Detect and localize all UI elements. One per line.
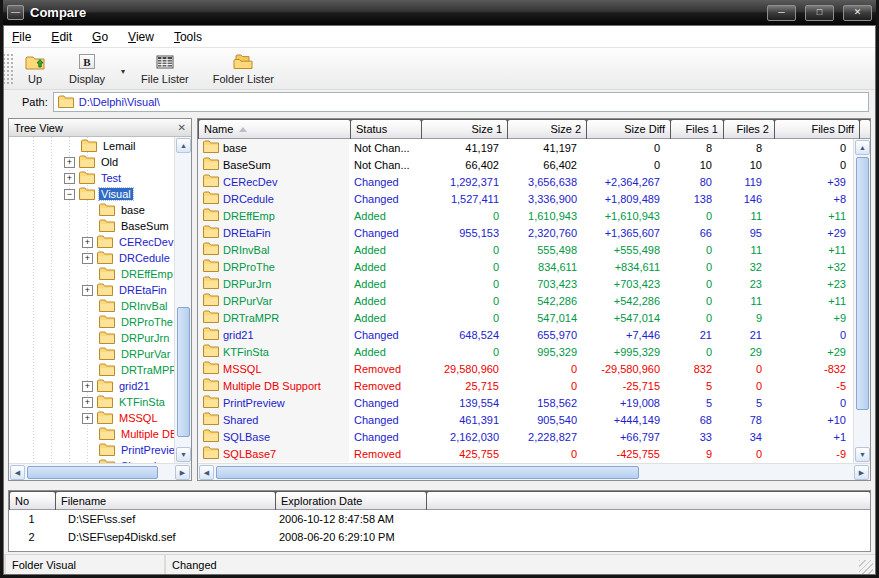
table-row[interactable]: DRPurVarAdded0542,286+542,286011+11 [198, 292, 853, 309]
resize-grip[interactable] [859, 560, 873, 574]
expand-icon[interactable]: + [64, 173, 75, 184]
column-header-name[interactable]: Name [199, 120, 350, 139]
column-header-files-2[interactable]: Files 2 [724, 120, 774, 139]
column-header-size-diff[interactable]: Size Diff [587, 120, 670, 139]
tree-item-base[interactable]: base [9, 202, 174, 218]
table-row[interactable]: grid21Changed648,524655,970+7,44621210 [198, 326, 853, 343]
maximize-button[interactable]: □ [805, 5, 834, 21]
scroll-down-icon[interactable]: ▼ [855, 447, 870, 462]
menu-item-edit[interactable]: Edit [51, 30, 72, 44]
scroll-up-icon[interactable]: ▲ [176, 138, 191, 153]
path-input[interactable]: D:\Delphi\Visual\ [53, 92, 869, 112]
table-row[interactable]: DRPurJrnAdded0703,423+703,423023+23 [198, 275, 853, 292]
tree-close-icon[interactable]: ✕ [178, 122, 186, 133]
tree-item-ktfinsta[interactable]: +KTFinSta [9, 394, 174, 410]
table-row[interactable]: DRTraMPRAdded0547,014+547,01409+9 [198, 309, 853, 326]
tree-item-dreffemp[interactable]: DREffEmp [9, 266, 174, 282]
toolbar-button-folder-lister[interactable]: Folder Lister [201, 50, 286, 87]
column-header-size-2[interactable]: Size 2 [508, 120, 586, 139]
scroll-down-icon[interactable]: ▼ [176, 447, 191, 462]
tree-item-cerecdev[interactable]: +CERecDev [9, 234, 174, 250]
table-row[interactable]: DREffEmpAdded01,610,943+1,610,943011+11 [198, 207, 853, 224]
tree-item-mssql[interactable]: +MSSQL [9, 410, 174, 426]
expand-icon[interactable]: + [82, 285, 93, 296]
bottom-column-header-exploration-date[interactable]: Exploration Date [276, 492, 426, 510]
tree-item-dretafin[interactable]: +DREtaFin [9, 282, 174, 298]
tree-item-grid21[interactable]: +grid21 [9, 378, 174, 394]
table-row[interactable]: DREtaFinChanged955,1532,320,760+1,365,60… [198, 224, 853, 241]
tree-item-drtrampr[interactable]: DRTraMPR [9, 362, 174, 378]
scroll-right-icon[interactable]: ▶ [854, 465, 869, 480]
tree-item-old[interactable]: +Old [9, 154, 174, 170]
scroll-left-icon[interactable]: ◀ [10, 465, 25, 480]
tree-hscroll-thumb[interactable] [27, 466, 158, 479]
cell-text: 2,320,760 [528, 227, 577, 239]
tree-vscroll-thumb[interactable] [177, 307, 190, 437]
tree-item-visual[interactable]: −Visual [9, 186, 174, 202]
table-row[interactable]: Multiple DB SupportRemoved25,7150-25,715… [198, 377, 853, 394]
file-list-row[interactable]: 1D:\SEF\ss.sef2006-10-12 8:47:58 AM [9, 510, 870, 528]
horizontal-splitter[interactable] [4, 483, 875, 490]
toolbar-button-up[interactable]: Up [13, 50, 57, 87]
table-row[interactable]: KTFinStaAdded0995,329+995,329029+29 [198, 343, 853, 360]
expand-icon[interactable]: + [82, 237, 93, 248]
file-list-row[interactable]: 2D:\SEF\sep4Diskd.sef2008-06-20 6:29:10 … [9, 528, 870, 546]
menu-item-go[interactable]: Go [92, 30, 108, 44]
tree-item-drcedule[interactable]: +DRCedule [9, 250, 174, 266]
toolbar-button-file-lister[interactable]: File Lister [129, 50, 201, 87]
table-vscroll-thumb[interactable] [856, 157, 869, 410]
tree-item-test[interactable]: +Test [9, 170, 174, 186]
expand-icon[interactable]: + [64, 157, 75, 168]
table-row[interactable]: SQLBase7Removed425,7550-425,75590-9 [198, 445, 853, 462]
table-row[interactable]: SharedChanged461,391905,540+444,1496878+… [198, 411, 853, 428]
table-row[interactable]: SQLBaseChanged2,162,0302,228,827+66,7973… [198, 428, 853, 445]
title-bar[interactable]: — Compare ─ □ ✕ [3, 0, 876, 25]
column-header-size-1[interactable]: Size 1 [422, 120, 507, 139]
tree-item-drpurvar[interactable]: DRPurVar [9, 346, 174, 362]
tree-item-drpurjrn[interactable]: DRPurJrn [9, 330, 174, 346]
close-button[interactable]: ✕ [843, 5, 872, 21]
table-row[interactable]: MSSQLRemoved29,580,9600-29,580,9608320-8… [198, 360, 853, 377]
table-row[interactable]: BaseSumNot Chan...66,40266,402010100 [198, 156, 853, 173]
bottom-column-header-filename[interactable]: Filename [56, 492, 275, 510]
table-row[interactable]: CERecDevChanged1,292,3713,656,638+2,364,… [198, 173, 853, 190]
expand-icon[interactable]: + [82, 413, 93, 424]
client-area: FileEditGoViewTools UpBDisplay▾File List… [3, 25, 876, 575]
column-header-files-1[interactable]: Files 1 [671, 120, 723, 139]
scroll-right-icon[interactable]: ▶ [175, 465, 190, 480]
table-row[interactable]: DRProTheAdded0834,611+834,611032+32 [198, 258, 853, 275]
table-row[interactable]: DRInvBalAdded0555,498+555,498011+11 [198, 241, 853, 258]
collapse-icon[interactable]: − [64, 189, 75, 200]
table-horizontal-scrollbar[interactable]: ◀ ▶ [198, 463, 870, 480]
tree-item-lemail[interactable]: Lemail [9, 138, 174, 154]
toolbar-gripper[interactable] [4, 52, 13, 85]
bottom-column-header-no[interactable]: No [10, 492, 55, 510]
table-row[interactable]: DRCeduleChanged1,527,4113,336,900+1,809,… [198, 190, 853, 207]
menu-item-view[interactable]: View [128, 30, 154, 44]
tree-item-multiple-db-s[interactable]: Multiple DB S [9, 426, 174, 442]
menu-item-tools[interactable]: Tools [174, 30, 202, 44]
size-diff-cell: 0 [582, 142, 665, 154]
expand-icon[interactable]: + [82, 253, 93, 264]
table-vertical-scrollbar[interactable]: ▲ ▼ [853, 139, 870, 463]
table-row[interactable]: baseNot Chan...41,19741,1970880 [198, 139, 853, 156]
column-header-status[interactable]: Status [351, 120, 421, 139]
menu-item-file[interactable]: File [12, 30, 31, 44]
tree-item-printpreview[interactable]: PrintPreview [9, 442, 174, 458]
scroll-left-icon[interactable]: ◀ [199, 465, 214, 480]
table-hscroll-thumb[interactable] [216, 466, 639, 479]
tree-item-basesum[interactable]: BaseSum [9, 218, 174, 234]
minimize-button[interactable]: ─ [767, 5, 796, 21]
tree-item-drprothe[interactable]: DRProThe [9, 314, 174, 330]
tree-horizontal-scrollbar[interactable]: ◀ ▶ [9, 463, 191, 480]
scroll-up-icon[interactable]: ▲ [855, 140, 870, 155]
table-row[interactable]: PrintPreviewChanged139,554158,562+19,008… [198, 394, 853, 411]
size1-cell: 0 [419, 312, 504, 324]
expand-icon[interactable]: + [82, 381, 93, 392]
tree-vertical-scrollbar[interactable]: ▲ ▼ [174, 137, 191, 463]
toolbar-button-display[interactable]: BDisplay [57, 50, 117, 87]
tree-item-drinvbal[interactable]: DRInvBal [9, 298, 174, 314]
display-dropdown-arrow[interactable]: ▾ [117, 67, 129, 76]
expand-icon[interactable]: + [82, 397, 93, 408]
column-header-files-diff[interactable]: Files Diff [775, 120, 859, 139]
